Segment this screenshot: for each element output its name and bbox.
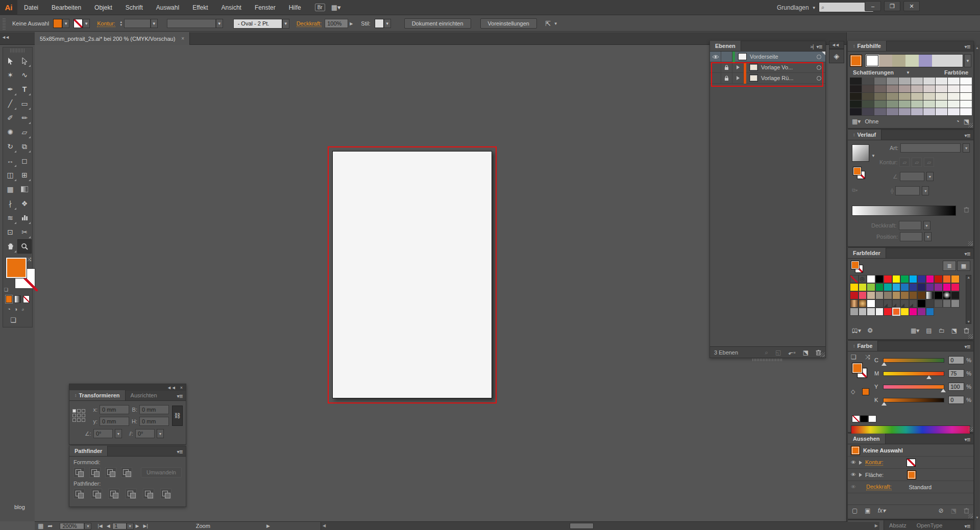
default-fill-stroke-icon[interactable]: ❏ bbox=[4, 287, 8, 292]
stil-swatch[interactable] bbox=[375, 19, 384, 28]
swatch[interactable] bbox=[867, 316, 875, 324]
type-strip-menu-icon[interactable]: ▾≣ bbox=[965, 523, 973, 530]
umwandeln-button[interactable]: Umwandeln bbox=[141, 467, 182, 477]
layer-row-vorlage-vorderseite[interactable]: Vorlage Vo... bbox=[710, 62, 825, 73]
swatch[interactable] bbox=[917, 308, 926, 316]
swatch[interactable] bbox=[936, 85, 948, 93]
stop-opacity-dropdown[interactable]: ▼ bbox=[923, 221, 930, 230]
stroke-color-dropdown[interactable]: ▼ bbox=[83, 19, 90, 28]
artboard-number-dropdown[interactable]: ▼ bbox=[127, 523, 134, 529]
scroll-left-icon[interactable]: ◀ bbox=[323, 523, 326, 528]
app-logo[interactable]: Ai bbox=[0, 0, 17, 15]
resize-grip[interactable] bbox=[968, 427, 973, 432]
swatch[interactable] bbox=[884, 291, 892, 299]
perspective-grid-tool[interactable]: ⊞ bbox=[17, 168, 32, 182]
stil-dropdown[interactable]: ▼ bbox=[384, 19, 391, 28]
swatch[interactable] bbox=[867, 308, 875, 316]
brush-definition-field[interactable] bbox=[167, 19, 216, 28]
width-field[interactable]: 0 mm bbox=[139, 405, 169, 414]
swatch[interactable] bbox=[951, 275, 960, 283]
swatch[interactable] bbox=[900, 308, 909, 316]
swatch[interactable] bbox=[948, 100, 960, 108]
gradient-type-dropdown[interactable]: ▼ bbox=[963, 143, 970, 153]
tab-farbhilfe[interactable]: ↕Farbhilfe bbox=[848, 41, 887, 51]
paintbrush-tool[interactable]: ✐ bbox=[3, 111, 17, 125]
stroke-gradient-within-button[interactable]: ▱ bbox=[899, 158, 910, 167]
blend-tool[interactable]: ❖ bbox=[17, 196, 32, 211]
swatch[interactable] bbox=[892, 283, 901, 291]
bridge-button[interactable]: Br bbox=[315, 4, 325, 11]
swatch[interactable] bbox=[874, 108, 887, 116]
isolate-selection-icon[interactable]: ⇱ bbox=[545, 20, 551, 28]
add-effect-icon[interactable]: fx▾ bbox=[878, 507, 886, 514]
swatch[interactable] bbox=[884, 308, 892, 316]
panel-menu-icon[interactable]: ▾≣ bbox=[177, 393, 186, 400]
swatch[interactable] bbox=[936, 93, 948, 100]
swatch[interactable] bbox=[936, 78, 948, 85]
last-artboard-icon[interactable]: ▶| bbox=[143, 523, 148, 528]
swatch[interactable] bbox=[859, 299, 867, 308]
free-transform-tool[interactable]: ◻ bbox=[17, 154, 32, 168]
grid-view-button[interactable]: ▦ bbox=[957, 261, 970, 271]
resize-grip[interactable] bbox=[968, 334, 973, 339]
stroke-weight-dropdown[interactable]: ▼ bbox=[151, 19, 158, 28]
swatch[interactable] bbox=[934, 275, 943, 283]
black-chip[interactable] bbox=[860, 415, 868, 422]
fill-swatch[interactable] bbox=[6, 258, 27, 278]
minus-back-button[interactable] bbox=[160, 489, 172, 499]
fill-color-swatch[interactable] bbox=[53, 19, 62, 28]
horizontal-scrollbar[interactable]: ◀ ▶ bbox=[321, 522, 879, 530]
delete-item-icon[interactable] bbox=[964, 508, 969, 514]
stroke-weight-stepper[interactable]: ▲▼ bbox=[118, 19, 124, 28]
magic-wand-tool[interactable]: ✶ bbox=[3, 68, 17, 82]
swatch[interactable] bbox=[943, 308, 951, 316]
stroke-gradient-across-button[interactable]: ▱ bbox=[924, 158, 934, 167]
swatch[interactable] bbox=[948, 85, 960, 93]
swatch[interactable] bbox=[917, 291, 926, 299]
swatch[interactable] bbox=[850, 283, 859, 291]
menu-ansicht[interactable]: Ansicht bbox=[215, 0, 248, 15]
document-setup-button[interactable]: Dokument einrichten bbox=[404, 18, 471, 29]
swatch[interactable] bbox=[875, 316, 884, 324]
swatch[interactable] bbox=[926, 308, 935, 316]
tab-farbfelder[interactable]: Farbfelder bbox=[848, 248, 886, 258]
harmony-color[interactable] bbox=[919, 55, 932, 67]
harmony-strip[interactable] bbox=[865, 54, 963, 67]
first-artboard-icon[interactable]: |◀ bbox=[97, 523, 102, 528]
swatch[interactable] bbox=[951, 283, 960, 291]
layer-thumbnail[interactable] bbox=[749, 64, 758, 71]
layer-target-icon[interactable] bbox=[817, 76, 821, 81]
menu-effekt[interactable]: Effekt bbox=[186, 0, 214, 15]
stop-position-dropdown[interactable]: ▼ bbox=[924, 232, 932, 241]
harmony-color[interactable] bbox=[905, 55, 919, 67]
draw-normal-icon[interactable]: ◔ bbox=[7, 306, 11, 312]
swatch[interactable] bbox=[899, 78, 911, 85]
layers-menu-icon[interactable]: ▾≣ bbox=[817, 44, 825, 51]
swatch[interactable] bbox=[960, 85, 972, 93]
swatch[interactable] bbox=[884, 283, 892, 291]
rotate-field[interactable]: 0° bbox=[93, 429, 113, 438]
gradient-menu-icon[interactable]: ▾≣ bbox=[965, 133, 973, 140]
arrange-documents-icon[interactable]: ▦▾ bbox=[331, 4, 341, 11]
appearance-menu-icon[interactable]: ▾≣ bbox=[965, 437, 973, 444]
swatch[interactable] bbox=[951, 291, 960, 299]
new-sublayer-icon[interactable]: ⬐▫ bbox=[788, 349, 795, 356]
gradient-angle-field[interactable] bbox=[900, 172, 924, 181]
column-graph-tool[interactable] bbox=[17, 211, 32, 225]
swatch[interactable] bbox=[943, 299, 951, 308]
stop-position-field[interactable] bbox=[900, 232, 922, 241]
appearance-opacity-row[interactable]: 👁 Deckkraft: Standard bbox=[848, 481, 973, 493]
swatch[interactable] bbox=[934, 299, 943, 308]
color-button[interactable] bbox=[6, 295, 12, 303]
fill-stroke-indicator-icon[interactable]: ❏ bbox=[851, 354, 856, 361]
show-swatch-kinds-icon[interactable]: ▦▾ bbox=[911, 327, 919, 334]
layer-thumbnail[interactable] bbox=[738, 53, 747, 60]
zoom-level-dropdown[interactable]: ▼ bbox=[84, 523, 91, 529]
restore-button[interactable]: ❐ bbox=[884, 1, 900, 11]
channel-value-field[interactable]: 75 bbox=[948, 369, 964, 377]
gradient-button[interactable] bbox=[14, 295, 21, 303]
swatch[interactable] bbox=[960, 108, 972, 116]
tab-verlauf[interactable]: ↕Verlauf bbox=[848, 130, 881, 140]
swatch[interactable] bbox=[892, 291, 901, 299]
color-fill-stroke-chip[interactable] bbox=[852, 363, 867, 378]
